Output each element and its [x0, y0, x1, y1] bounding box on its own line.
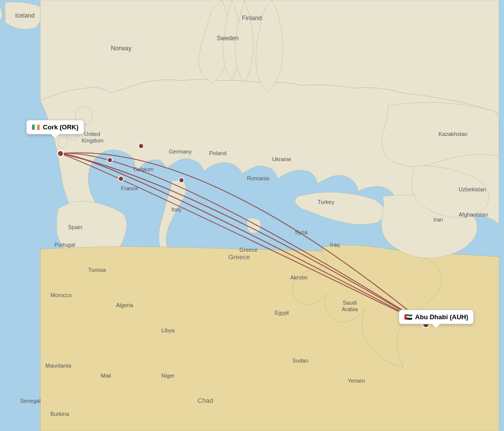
svg-text:Burkina: Burkina: [50, 411, 70, 417]
svg-text:Senegal: Senegal: [20, 398, 40, 404]
svg-point-42: [107, 158, 112, 163]
svg-text:Libya: Libya: [161, 327, 175, 333]
svg-text:Iceland: Iceland: [15, 12, 35, 19]
svg-text:Poland: Poland: [209, 150, 226, 156]
svg-text:Arabia: Arabia: [342, 306, 358, 312]
svg-text:Finland: Finland: [242, 15, 262, 22]
auh-tooltip: 🇦🇪 Abu Dhabi (AUH): [399, 310, 474, 324]
svg-point-44: [179, 178, 184, 183]
auh-label: Abu Dhabi (AUH): [415, 313, 468, 321]
svg-text:Kazakhstan: Kazakhstan: [438, 131, 467, 137]
svg-point-45: [57, 151, 64, 157]
svg-text:Uzbekistan: Uzbekistan: [459, 186, 486, 192]
svg-text:Mauritania: Mauritania: [45, 363, 72, 369]
svg-text:Afghanistan: Afghanistan: [459, 211, 488, 218]
svg-text:Spain: Spain: [68, 224, 82, 230]
svg-text:Yemen: Yemen: [348, 378, 365, 384]
svg-text:Kingdom: Kingdom: [82, 137, 103, 143]
svg-point-41: [139, 143, 144, 149]
svg-text:Niger: Niger: [161, 373, 175, 379]
svg-text:Italy: Italy: [171, 206, 182, 212]
svg-text:Akrotiri: Akrotiri: [290, 274, 307, 280]
svg-text:Ukraine: Ukraine: [272, 156, 291, 162]
svg-text:Algeria: Algeria: [116, 302, 134, 308]
svg-text:Norway: Norway: [111, 45, 132, 52]
svg-text:Morocco: Morocco: [50, 292, 72, 298]
map-svg: Iceland Finland Sweden Norway United Kin…: [0, 0, 504, 431]
svg-text:Romania: Romania: [247, 175, 270, 181]
svg-text:Portugal: Portugal: [54, 242, 75, 248]
svg-text:Greece: Greece: [228, 253, 250, 261]
map-container: Iceland Finland Sweden Norway United Kin…: [0, 0, 504, 431]
svg-point-43: [118, 176, 123, 181]
cork-tooltip: 🇮🇪 Cork (ORK): [26, 120, 84, 134]
svg-text:Sudan: Sudan: [292, 357, 308, 364]
svg-text:United: United: [84, 131, 100, 137]
svg-text:Germany: Germany: [169, 149, 192, 155]
svg-text:Egypt: Egypt: [275, 310, 289, 316]
svg-text:Iraq: Iraq: [330, 242, 340, 248]
svg-text:Mali: Mali: [101, 373, 111, 379]
svg-text:Iran: Iran: [433, 217, 443, 223]
cork-label: Cork (ORK): [43, 123, 79, 131]
svg-text:Tunisia: Tunisia: [88, 267, 106, 273]
svg-text:Greece: Greece: [239, 247, 258, 253]
auh-flag: 🇦🇪: [404, 313, 412, 321]
cork-flag: 🇮🇪: [32, 123, 40, 131]
svg-text:Sweden: Sweden: [217, 35, 238, 42]
svg-text:Saudi: Saudi: [343, 300, 357, 306]
svg-text:Chad: Chad: [198, 397, 213, 404]
svg-text:Turkey: Turkey: [318, 199, 335, 205]
